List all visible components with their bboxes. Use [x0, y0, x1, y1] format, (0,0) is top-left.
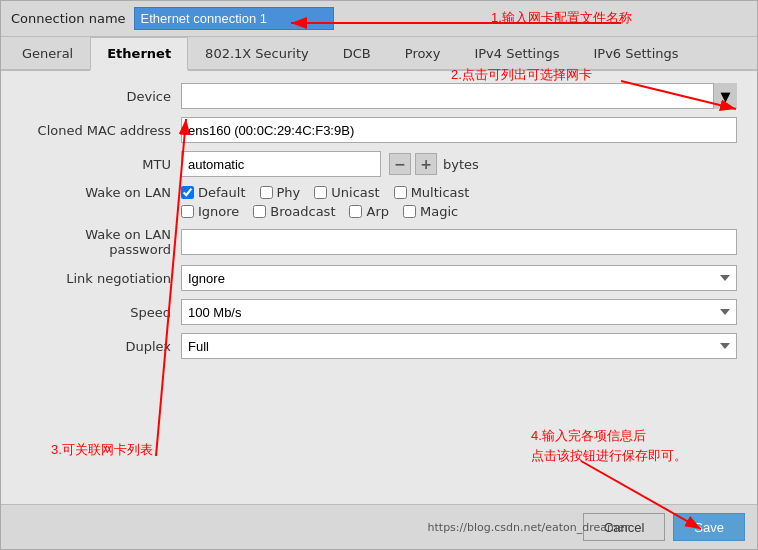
cloned-mac-label: Cloned MAC address: [21, 123, 181, 138]
tabs-row: General Ethernet 802.1X Security DCB Pro…: [1, 37, 757, 71]
device-input-wrapper: ▼: [181, 83, 737, 109]
speed-row: Speed 100 Mb/s 10 Mb/s 1 Gb/s: [21, 299, 737, 325]
tab-proxy[interactable]: Proxy: [388, 37, 458, 71]
wake-password-label: Wake on LAN password: [21, 227, 181, 257]
duplex-row: Duplex Full Half: [21, 333, 737, 359]
wake-broadcast-checkbox[interactable]: Broadcast: [253, 204, 335, 219]
url-text: https://blog.csdn.net/eaton_dreamer: [1, 521, 637, 534]
wake-ignore-checkbox[interactable]: Ignore: [181, 204, 239, 219]
wake-row-line-1: Default Phy Unicast Multicast: [181, 185, 469, 200]
wake-magic-checkbox[interactable]: Magic: [403, 204, 458, 219]
tab-8021x[interactable]: 802.1X Security: [188, 37, 326, 71]
wake-phy-checkbox[interactable]: Phy: [260, 185, 301, 200]
mtu-input[interactable]: [181, 151, 381, 177]
wake-arp-checkbox[interactable]: Arp: [349, 204, 389, 219]
link-negotiation-select[interactable]: Ignore Automatic Manual: [181, 265, 737, 291]
cloned-mac-input[interactable]: [181, 117, 737, 143]
device-dropdown-arrow[interactable]: ▼: [713, 83, 737, 109]
mtu-label: MTU: [21, 157, 181, 172]
wake-unicast-checkbox[interactable]: Unicast: [314, 185, 379, 200]
save-button[interactable]: Save: [673, 513, 745, 541]
cloned-mac-row: Cloned MAC address: [21, 117, 737, 143]
speed-label: Speed: [21, 305, 181, 320]
connection-name-label: Connection name: [11, 11, 126, 26]
wake-row-line-2: Ignore Broadcast Arp Magic: [181, 204, 469, 219]
device-input[interactable]: [181, 83, 737, 109]
tab-dcb[interactable]: DCB: [326, 37, 388, 71]
link-negotiation-row: Link negotiation Ignore Automatic Manual: [21, 265, 737, 291]
tab-ipv4[interactable]: IPv4 Settings: [457, 37, 576, 71]
mtu-buttons: − +: [389, 153, 437, 175]
wake-multicast-checkbox[interactable]: Multicast: [394, 185, 470, 200]
device-row: Device ▼: [21, 83, 737, 109]
speed-select[interactable]: 100 Mb/s 10 Mb/s 1 Gb/s: [181, 299, 737, 325]
wake-on-lan-label: Wake on LAN: [21, 185, 181, 200]
connection-name-input[interactable]: [134, 7, 334, 30]
tab-ipv6[interactable]: IPv6 Settings: [576, 37, 695, 71]
duplex-select[interactable]: Full Half: [181, 333, 737, 359]
wake-password-input[interactable]: [181, 229, 737, 255]
mtu-minus-button[interactable]: −: [389, 153, 411, 175]
mtu-plus-button[interactable]: +: [415, 153, 437, 175]
wake-default-checkbox[interactable]: Default: [181, 185, 246, 200]
tab-ethernet[interactable]: Ethernet: [90, 37, 188, 71]
tab-general[interactable]: General: [5, 37, 90, 71]
wake-on-lan-row: Wake on LAN Default Phy Unicast Multicas…: [21, 185, 737, 219]
dialog: Connection name General Ethernet 802.1X …: [0, 0, 758, 550]
link-negotiation-label: Link negotiation: [21, 271, 181, 286]
wake-checkboxes-wrapper: Default Phy Unicast Multicast Ignore: [181, 185, 469, 219]
connection-name-row: Connection name: [1, 1, 757, 37]
mtu-bytes-label: bytes: [443, 157, 479, 172]
duplex-label: Duplex: [21, 339, 181, 354]
mtu-row: MTU − + bytes: [21, 151, 737, 177]
wake-password-row: Wake on LAN password: [21, 227, 737, 257]
content-area: Device ▼ Cloned MAC address MTU − + byte…: [1, 71, 757, 504]
bottom-bar: https://blog.csdn.net/eaton_dreamer Canc…: [1, 504, 757, 549]
device-label: Device: [21, 89, 181, 104]
